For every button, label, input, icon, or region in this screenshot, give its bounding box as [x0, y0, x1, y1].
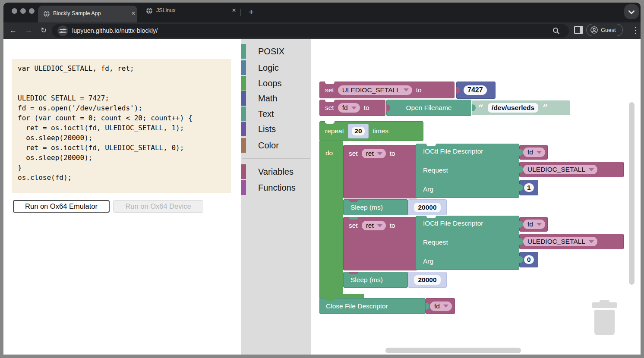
- variable-dropdown[interactable]: ret: [362, 149, 386, 158]
- to-label: to: [416, 86, 422, 94]
- open-filename-label: Open Filename: [406, 104, 452, 112]
- toolbox-category-text[interactable]: Text: [241, 107, 311, 121]
- block-number-0[interactable]: 0: [519, 252, 538, 267]
- toolbox-category-color[interactable]: Color: [241, 138, 311, 153]
- dropdown-arrow-icon: [537, 151, 542, 154]
- open-quote: “: [478, 106, 483, 110]
- block-set-variable[interactable]: set ret to: [343, 145, 417, 198]
- close-quote: ”: [543, 106, 548, 110]
- close-window-button[interactable]: [12, 8, 17, 14]
- category-color-strip: [241, 180, 246, 195]
- reload-icon[interactable]: ↻: [41, 22, 47, 39]
- category-label: Math: [258, 91, 277, 106]
- variable-dropdown[interactable]: ULEDIOC_SETALL: [523, 237, 597, 246]
- number-field[interactable]: 20: [352, 127, 364, 135]
- number-field[interactable]: 1: [524, 183, 534, 192]
- variable-dropdown[interactable]: ret: [362, 221, 386, 230]
- shadow-number-block[interactable]: 20000: [408, 199, 447, 215]
- block-variable-fd[interactable]: fd: [426, 298, 455, 314]
- close-tab-icon[interactable]: ✕: [232, 7, 236, 13]
- block-text[interactable]: “ /dev/userleds ”: [472, 100, 570, 115]
- chevron-down-icon: [624, 4, 639, 19]
- ioctl-title-label: IOCtl File Descriptor: [423, 220, 483, 227]
- toolbox-separator: [242, 158, 310, 159]
- number-field[interactable]: 0: [524, 255, 534, 264]
- run-emulator-button[interactable]: Run on Ox64 Emulator: [13, 200, 110, 213]
- block-set-variable[interactable]: set ret to: [343, 217, 417, 270]
- block-repeat[interactable]: repeat 20 times: [319, 121, 423, 141]
- text-field[interactable]: /dev/userleds: [488, 103, 538, 113]
- to-label: to: [390, 150, 395, 157]
- ioctl-request-label: Request: [423, 239, 448, 246]
- category-label: Functions: [258, 180, 296, 195]
- dropdown-arrow-icon: [351, 107, 357, 110]
- profile-label: Guest: [601, 27, 616, 33]
- block-set-variable[interactable]: set ULEDIOC_SETALL to: [319, 82, 455, 98]
- tab-blockly-sample-app[interactable]: Blockly Sample App ✕: [38, 6, 137, 22]
- profile-button[interactable]: Guest: [586, 24, 623, 36]
- toolbox-category-logic[interactable]: Logic: [241, 60, 311, 75]
- vertical-scrollbar[interactable]: [629, 102, 635, 285]
- variable-dropdown[interactable]: fd: [430, 301, 452, 311]
- number-field[interactable]: 20000: [414, 203, 440, 212]
- dropdown-arrow-icon: [377, 152, 382, 155]
- variable-dropdown[interactable]: ULEDIOC_SETALL: [523, 165, 597, 174]
- variable-dropdown[interactable]: fd: [523, 220, 545, 229]
- block-set-variable[interactable]: set fd to: [319, 100, 385, 116]
- block-sleep[interactable]: Sleep (ms): [343, 272, 408, 288]
- toolbox-category-variables[interactable]: Variables: [241, 164, 311, 179]
- variable-dropdown[interactable]: ULEDIOC_SETALL: [338, 85, 412, 95]
- menu-icon[interactable]: [632, 25, 639, 36]
- toolbox-category-math[interactable]: Math: [241, 91, 311, 106]
- category-label: Color: [258, 138, 279, 153]
- new-tab-button[interactable]: +: [245, 6, 257, 18]
- block-ioctl[interactable]: IOCtl File Descriptor Request Arg: [416, 216, 519, 270]
- set-label: set: [349, 222, 358, 229]
- variable-dropdown[interactable]: fd: [338, 103, 360, 113]
- times-label: times: [373, 127, 388, 135]
- block-number-7427[interactable]: 7427: [456, 82, 496, 99]
- back-icon[interactable]: ←: [9, 22, 17, 39]
- block-open-filename[interactable]: Open Filename: [386, 100, 471, 116]
- category-color-strip: [241, 76, 246, 91]
- block-close-file-descriptor[interactable]: Close File Descriptor: [319, 298, 426, 314]
- dropdown-arrow-icon: [404, 88, 409, 91]
- horizontal-scrollbar[interactable]: [385, 348, 521, 353]
- shadow-number-block[interactable]: 20000: [408, 272, 447, 288]
- block-ioctl[interactable]: IOCtl File Descriptor Request Arg: [416, 144, 519, 198]
- address-bar[interactable]: lupyuen.github.io/nuttx-blockly/: [52, 24, 569, 38]
- block-variable-uledioc[interactable]: ULEDIOC_SETALL: [519, 162, 624, 177]
- url-text[interactable]: lupyuen.github.io/nuttx-blockly/: [72, 24, 158, 38]
- minimize-window-button[interactable]: [20, 8, 26, 14]
- ioctl-request-label: Request: [423, 166, 448, 174]
- toolbox-category-loops[interactable]: Loops: [241, 76, 311, 91]
- category-label: Lists: [258, 122, 276, 136]
- run-device-button: Run on Ox64 Device: [113, 200, 203, 213]
- block-variable-fd[interactable]: fd: [519, 145, 548, 160]
- toolbox-category-functions[interactable]: Functions: [241, 180, 311, 195]
- close-tab-icon[interactable]: ✕: [131, 10, 136, 16]
- block-sleep[interactable]: Sleep (ms): [343, 199, 408, 215]
- dropdown-arrow-icon: [537, 223, 542, 226]
- side-panel-icon[interactable]: [574, 26, 583, 34]
- toolbox-category-posix[interactable]: POSIX: [241, 44, 311, 59]
- repeat-loop-spine[interactable]: [319, 141, 343, 294]
- number-field[interactable]: 7427: [464, 85, 487, 95]
- site-info-button[interactable]: [57, 25, 68, 36]
- zoom-icon[interactable]: [552, 27, 560, 35]
- block-variable-fd[interactable]: fd: [519, 217, 548, 232]
- tab-search-button[interactable]: [624, 4, 639, 19]
- block-number-1[interactable]: 1: [519, 180, 538, 195]
- maximize-window-button[interactable]: [29, 8, 35, 14]
- globe-icon: [43, 10, 50, 17]
- number-field[interactable]: 20000: [414, 275, 440, 285]
- ioctl-title-label: IOCtl File Descriptor: [423, 148, 483, 155]
- page-content: var ULEDIOC_SETALL, fd, ret; ULEDIOC_SET…: [3, 39, 641, 355]
- shadow-number-block[interactable]: 20: [348, 124, 369, 138]
- category-label: Text: [258, 107, 274, 121]
- set-label: set: [325, 104, 334, 112]
- toolbox-category-lists[interactable]: Lists: [241, 122, 311, 136]
- block-variable-uledioc[interactable]: ULEDIOC_SETALL: [519, 234, 624, 249]
- variable-dropdown[interactable]: fd: [523, 148, 545, 157]
- ioctl-arg-label: Arg: [423, 185, 433, 193]
